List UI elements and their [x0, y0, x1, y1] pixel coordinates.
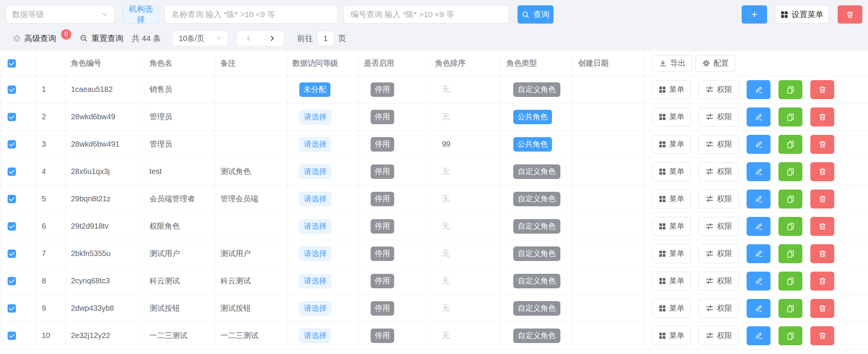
status-button[interactable]: 停用	[371, 110, 394, 124]
row-delete-button[interactable]	[810, 299, 834, 318]
menu-button[interactable]: 菜单	[652, 162, 691, 181]
row-checkbox[interactable]	[8, 332, 16, 340]
copy-button[interactable]	[778, 80, 802, 99]
menu-button[interactable]: 菜单	[652, 107, 691, 126]
access-level-button[interactable]: 请选择	[299, 301, 331, 316]
menu-button[interactable]: 菜单	[652, 217, 691, 236]
status-button[interactable]: 停用	[371, 82, 394, 97]
advanced-query-button[interactable]: 高级查询 0	[13, 33, 71, 44]
access-level-button[interactable]: 请选择	[299, 329, 331, 343]
row-actions-cell: 菜单 权限	[645, 185, 868, 212]
reset-query-button[interactable]: 重置查询	[80, 33, 123, 44]
row-checkbox[interactable]	[8, 304, 16, 313]
edit-button[interactable]	[747, 162, 771, 181]
page-size-select[interactable]: 10条/页	[172, 30, 228, 46]
permission-button[interactable]: 权限	[699, 135, 739, 154]
copy-button[interactable]	[778, 326, 802, 345]
permission-button[interactable]: 权限	[699, 80, 739, 99]
access-level-button[interactable]: 请选择	[299, 274, 331, 288]
select-all-checkbox[interactable]	[8, 59, 16, 68]
copy-button[interactable]	[778, 107, 802, 126]
copy-button[interactable]	[778, 190, 802, 209]
row-checkbox[interactable]	[8, 195, 16, 203]
row-checkbox[interactable]	[8, 168, 16, 176]
menu-button[interactable]: 菜单	[652, 135, 691, 154]
status-button[interactable]: 停用	[371, 329, 394, 343]
row-checkbox[interactable]	[8, 140, 16, 149]
status-button[interactable]: 停用	[371, 301, 394, 316]
copy-button[interactable]	[778, 272, 802, 291]
edit-button[interactable]	[747, 299, 771, 318]
row-delete-button[interactable]	[810, 190, 834, 209]
edit-button[interactable]	[747, 135, 771, 154]
access-level-button[interactable]: 未分配	[299, 82, 330, 97]
status-button[interactable]: 停用	[371, 247, 394, 261]
menu-button[interactable]: 菜单	[652, 326, 691, 345]
row-delete-button[interactable]	[810, 80, 834, 99]
goto-page-input[interactable]	[317, 31, 334, 46]
row-checkbox[interactable]	[8, 250, 16, 258]
access-level-button[interactable]: 请选择	[299, 192, 331, 206]
edit-button[interactable]	[747, 272, 771, 291]
access-level-button[interactable]: 请选择	[299, 219, 331, 234]
access-level-button[interactable]: 请选择	[299, 247, 331, 261]
status-button[interactable]: 停用	[371, 164, 394, 179]
menu-button[interactable]: 菜单	[652, 80, 691, 99]
access-level-button[interactable]: 请选择	[299, 137, 331, 152]
add-button[interactable]: +	[742, 5, 767, 24]
copy-icon	[786, 304, 795, 313]
permission-button[interactable]: 权限	[699, 217, 739, 236]
code-search-input[interactable]	[343, 5, 509, 24]
permission-button[interactable]: 权限	[699, 299, 739, 318]
access-level-button[interactable]: 请选择	[299, 164, 331, 179]
permission-button[interactable]: 权限	[699, 272, 739, 291]
row-delete-button[interactable]	[810, 272, 834, 291]
edit-button[interactable]	[747, 107, 771, 126]
edit-button[interactable]	[747, 80, 771, 99]
row-delete-button[interactable]	[810, 326, 834, 345]
edit-button[interactable]	[747, 326, 771, 345]
permission-button[interactable]: 权限	[699, 326, 739, 345]
edit-button[interactable]	[747, 190, 771, 209]
copy-icon	[786, 168, 795, 176]
edit-button[interactable]	[747, 244, 771, 263]
org-select-button[interactable]: 机构选择	[123, 5, 159, 24]
copy-button[interactable]	[778, 244, 802, 263]
permission-button[interactable]: 权限	[699, 162, 739, 181]
config-button[interactable]: 配置	[695, 55, 736, 72]
copy-button[interactable]	[778, 217, 802, 236]
delete-selected-button[interactable]	[838, 5, 862, 24]
menu-setup-button[interactable]: 设置菜单	[775, 5, 829, 24]
row-delete-button[interactable]	[810, 244, 834, 263]
name-search-input[interactable]	[164, 5, 338, 24]
row-checkbox[interactable]	[8, 85, 16, 94]
export-button[interactable]: 导出	[652, 55, 692, 72]
permission-button[interactable]: 权限	[699, 244, 739, 263]
next-page-button[interactable]	[264, 35, 280, 42]
permission-button[interactable]: 权限	[699, 107, 739, 126]
search-button[interactable]: 查询	[517, 5, 554, 24]
row-delete-button[interactable]	[810, 107, 834, 126]
menu-button[interactable]: 菜单	[652, 244, 691, 263]
prev-page-button[interactable]	[241, 35, 256, 42]
row-delete-button[interactable]	[810, 135, 834, 154]
row-checkbox[interactable]	[8, 113, 16, 121]
status-button[interactable]: 停用	[371, 274, 394, 288]
copy-button[interactable]	[778, 299, 802, 318]
menu-button[interactable]: 菜单	[652, 190, 691, 209]
edit-button[interactable]	[747, 217, 771, 236]
row-checkbox[interactable]	[8, 277, 16, 285]
row-checkbox[interactable]	[8, 222, 16, 231]
status-button[interactable]: 停用	[371, 137, 394, 152]
row-delete-button[interactable]	[810, 217, 834, 236]
menu-button[interactable]: 菜单	[652, 299, 691, 318]
status-button[interactable]: 停用	[371, 192, 394, 206]
status-button[interactable]: 停用	[371, 219, 394, 234]
access-level-button[interactable]: 请选择	[299, 110, 331, 124]
copy-button[interactable]	[778, 135, 802, 154]
permission-button[interactable]: 权限	[699, 190, 739, 209]
row-delete-button[interactable]	[810, 162, 834, 181]
data-level-select[interactable]: 数据等级	[6, 5, 115, 24]
menu-button[interactable]: 菜单	[652, 272, 691, 291]
copy-button[interactable]	[778, 162, 802, 181]
